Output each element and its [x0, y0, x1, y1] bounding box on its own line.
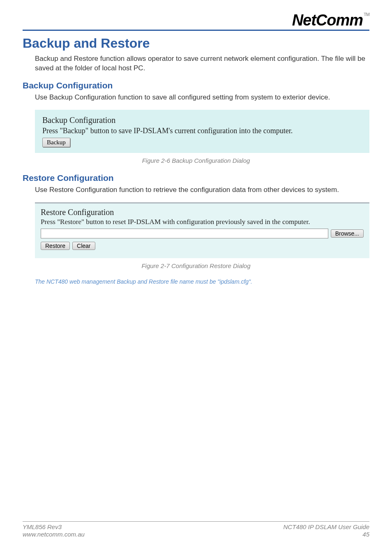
trademark-symbol: TM [364, 12, 369, 17]
file-path-input[interactable] [41, 229, 328, 238]
restore-panel-wrap: Restore Configuration Press "Restore" bu… [35, 202, 369, 258]
footer-rev: YML856 Rev3 [23, 523, 85, 531]
brand-logo-text: NetComm [292, 12, 363, 29]
backup-figure-caption: Figure 2-6 Backup Configuration Dialog [23, 157, 369, 164]
footer-url: www.netcomm.com.au [23, 531, 85, 539]
backup-panel: Backup Configuration Press "Backup" butt… [35, 110, 369, 153]
header-rule [23, 30, 369, 31]
footer-rule [23, 521, 369, 522]
restore-panel-title: Restore Configuration [41, 208, 364, 217]
restore-panel: Restore Configuration Press "Restore" bu… [35, 202, 369, 258]
backup-panel-wrap: Backup Configuration Press "Backup" butt… [35, 110, 369, 153]
restore-button-row: Restore Clear [41, 242, 364, 250]
footer-page-number: 45 [283, 531, 369, 539]
header-logo-row: NetCommTM [23, 12, 369, 28]
restore-panel-text: Press "Restore" button to reset IP-DSLAM… [41, 218, 364, 226]
restore-figure-caption: Figure 2-7 Configuration Restore Dialog [23, 262, 369, 269]
page-title: Backup and Restore [23, 36, 369, 51]
brand-logo: NetCommTM [292, 12, 369, 28]
restore-description: Use Restore Configuration function to re… [35, 185, 369, 195]
backup-panel-title: Backup Configuration [42, 116, 362, 125]
filename-note: The NCT480 web management Backup and Res… [35, 278, 369, 285]
browse-button[interactable]: Browse... [331, 229, 364, 238]
restore-heading: Restore Configuration [23, 173, 369, 183]
backup-button[interactable]: Backup [42, 138, 70, 147]
clear-button[interactable]: Clear [72, 242, 95, 250]
backup-description: Use Backup Configuration function to sav… [35, 93, 369, 102]
backup-heading: Backup Configuration [23, 81, 369, 90]
restore-button[interactable]: Restore [41, 242, 70, 250]
footer-left-block: YML856 Rev3 www.netcomm.com.au [23, 523, 85, 539]
intro-paragraph: Backup and Restore function allows opera… [35, 54, 369, 73]
page-footer: YML856 Rev3 www.netcomm.com.au NCT480 IP… [23, 521, 369, 539]
footer-guide-title: NCT480 IP DSLAM User Guide [283, 523, 369, 531]
file-picker-row: Browse... [41, 229, 364, 238]
backup-panel-text: Press "Backup" button to save IP-DSLAM's… [42, 127, 362, 135]
footer-right-block: NCT480 IP DSLAM User Guide 45 [283, 523, 369, 539]
